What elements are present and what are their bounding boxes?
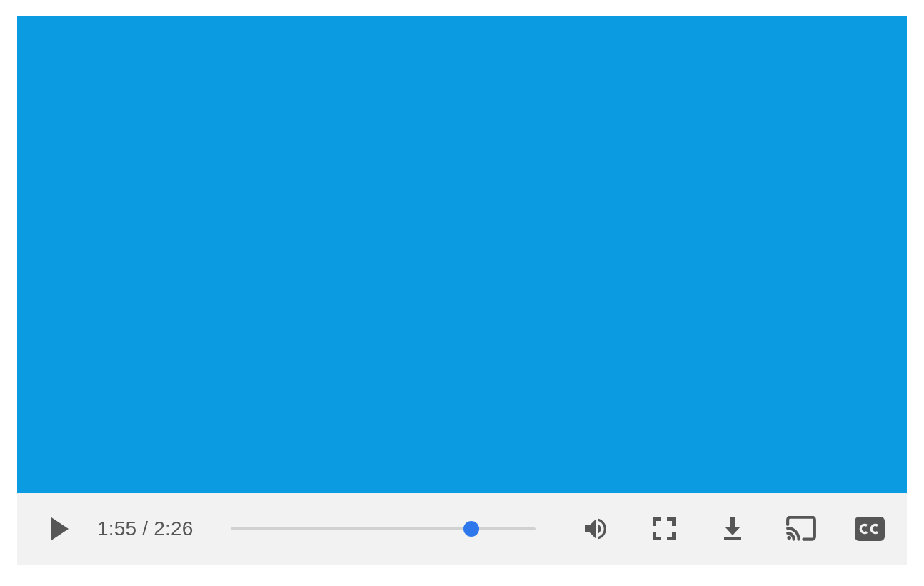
fullscreen-button[interactable] (647, 512, 681, 546)
mute-button[interactable] (578, 512, 613, 546)
svg-rect-6 (653, 532, 656, 540)
svg-rect-2 (653, 517, 656, 526)
right-controls (578, 512, 887, 546)
current-time: 1:55 (97, 517, 136, 540)
fullscreen-icon (651, 516, 677, 542)
video-area[interactable] (17, 16, 907, 493)
time-separator: / (136, 517, 154, 540)
svg-rect-9 (730, 517, 735, 527)
cast-button[interactable] (784, 512, 818, 546)
svg-rect-11 (724, 537, 741, 540)
duration: 2:26 (154, 517, 193, 540)
controls-bar: 1:55 / 2:26 (17, 493, 907, 565)
play-icon (50, 517, 70, 540)
svg-marker-10 (725, 527, 740, 535)
svg-marker-0 (51, 517, 69, 540)
svg-point-12 (787, 536, 790, 540)
volume-icon (581, 515, 610, 543)
video-player: 1:55 / 2:26 (17, 16, 907, 565)
download-button[interactable] (715, 512, 750, 546)
svg-rect-8 (672, 532, 676, 540)
play-button[interactable] (43, 512, 77, 546)
time-display: 1:55 / 2:26 (97, 517, 194, 540)
captions-icon (854, 516, 885, 542)
svg-rect-4 (672, 517, 676, 526)
download-icon (720, 516, 745, 542)
svg-rect-13 (855, 517, 885, 541)
cast-icon (786, 516, 816, 542)
progress-slider[interactable] (231, 527, 536, 530)
captions-button[interactable] (853, 512, 887, 546)
progress-thumb[interactable] (463, 521, 479, 537)
